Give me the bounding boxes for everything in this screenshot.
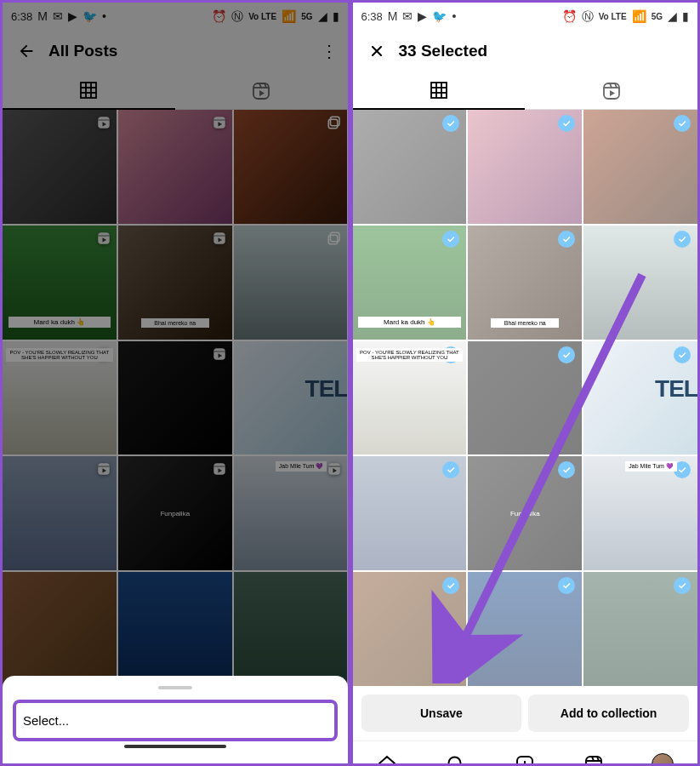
- post-thumbnail[interactable]: Funpalika: [468, 456, 582, 570]
- post-thumbnail[interactable]: [3, 572, 117, 686]
- tab-posts[interactable]: [353, 72, 526, 110]
- page-title: All Posts: [48, 42, 321, 60]
- post-caption: Funpalika: [510, 510, 540, 517]
- back-button[interactable]: [13, 37, 40, 65]
- action-bar: Unsave Add to collection: [353, 686, 698, 740]
- checkmark-icon: [674, 231, 691, 248]
- avatar-icon: [652, 753, 674, 763]
- post-thumbnail[interactable]: Jab Mile Tum 💜: [234, 456, 348, 570]
- post-thumbnail[interactable]: [118, 110, 232, 224]
- checkmark-icon: [558, 231, 575, 248]
- mail-icon: ✉: [53, 10, 63, 22]
- post-thumbnail[interactable]: Jab Mile Tum 💜: [583, 456, 697, 570]
- phone-screenshot-right: 6:38 M ✉ ▶ 🐦 • ⏰ Ⓝ Vo LTE 📶 5G ◢ ▮ 33 Se…: [353, 3, 698, 763]
- post-caption: POV - YOU'RE SLOWLY REALIZING THAT SHE'S…: [6, 348, 113, 362]
- more-button[interactable]: ⋮: [321, 41, 338, 61]
- post-thumbnail[interactable]: Funpalika: [118, 456, 232, 570]
- svg-point-51: [449, 757, 461, 763]
- post-thumbnail[interactable]: POV - YOU'RE SLOWLY REALIZING THAT SHE'S…: [3, 341, 117, 455]
- post-caption: Mard ka dukh 👆: [358, 317, 460, 328]
- post-thumbnail[interactable]: [583, 226, 697, 340]
- sheet-drag-handle[interactable]: [158, 686, 192, 689]
- checkmark-icon: [558, 115, 575, 132]
- post-thumbnail[interactable]: [234, 226, 348, 340]
- network-5g: 5G: [301, 12, 312, 21]
- post-thumbnail[interactable]: [468, 110, 582, 224]
- post-thumbnail[interactable]: TEL: [583, 341, 697, 455]
- post-thumbnail[interactable]: POV - YOU'RE SLOWLY REALIZING THAT SHE'S…: [353, 341, 467, 455]
- post-thumbnail[interactable]: [468, 341, 582, 455]
- status-bar: 6:38 M ✉ ▶ 🐦 • ⏰ Ⓝ Vo LTE 📶 5G ◢ ▮: [353, 3, 698, 30]
- gmail-icon: M: [388, 10, 398, 22]
- status-bar: 6:38 M ✉ ▶ 🐦 • ⏰ Ⓝ Vo LTE 📶 5G ◢ ▮: [3, 3, 348, 30]
- close-button[interactable]: [363, 37, 390, 65]
- battery-icon: ▮: [333, 10, 339, 22]
- tab-reels[interactable]: [175, 72, 348, 110]
- tel-text: TEL: [305, 375, 348, 403]
- post-thumbnail[interactable]: [468, 572, 582, 686]
- post-thumbnail[interactable]: Bhai mereko na: [118, 226, 232, 340]
- post-thumbnail[interactable]: [234, 110, 348, 224]
- tab-reels[interactable]: [525, 72, 697, 110]
- battery-icon: ▮: [682, 10, 689, 22]
- checkmark-icon: [558, 577, 575, 594]
- svg-rect-29: [213, 348, 225, 360]
- select-menu-item[interactable]: Select...: [23, 713, 327, 728]
- carousel-badge-icon: [327, 231, 342, 246]
- post-thumbnail[interactable]: [3, 456, 117, 570]
- post-thumbnail[interactable]: [3, 110, 117, 224]
- post-caption: Bhai mereko na: [491, 318, 559, 328]
- reel-badge-icon: [212, 346, 227, 362]
- post-thumbnail[interactable]: TEL: [234, 341, 348, 455]
- svg-rect-41: [431, 83, 447, 98]
- reel-badge-icon: [96, 461, 111, 477]
- post-thumbnail[interactable]: [234, 572, 348, 686]
- volte-icon: Vo LTE: [599, 12, 627, 21]
- svg-rect-10: [98, 117, 110, 129]
- checkmark-icon: [442, 115, 459, 132]
- post-thumbnail[interactable]: Mard ka dukh 👆: [353, 226, 467, 340]
- volte-icon: Vo LTE: [248, 12, 276, 21]
- post-thumbnail[interactable]: [583, 572, 697, 686]
- status-time: 6:38: [11, 10, 32, 23]
- reel-badge-icon: [96, 231, 111, 246]
- nav-profile[interactable]: [629, 753, 697, 763]
- more-dot-icon: •: [102, 10, 106, 22]
- posts-grid: Mard ka dukh 👆 Bhai mereko na POV - YOU'…: [353, 110, 698, 686]
- tabs: [353, 72, 698, 110]
- alarm-icon: ⏰: [562, 10, 577, 22]
- svg-rect-32: [98, 464, 110, 476]
- page-title: 33 Selected: [399, 42, 688, 60]
- svg-marker-9: [259, 90, 265, 96]
- nav-home[interactable]: [353, 754, 422, 763]
- unsave-button[interactable]: Unsave: [361, 695, 522, 732]
- svg-rect-18: [98, 232, 110, 244]
- add-to-collection-button[interactable]: Add to collection: [528, 695, 689, 732]
- post-thumbnail[interactable]: [353, 110, 467, 224]
- post-thumbnail[interactable]: [353, 572, 467, 686]
- post-thumbnail[interactable]: Mard ka dukh 👆: [3, 226, 117, 340]
- tab-posts[interactable]: [3, 72, 175, 110]
- signal-icon: ◢: [318, 10, 327, 22]
- phone-screenshot-left: 6:38 M ✉ ▶ 🐦 • ⏰ Ⓝ Vo LTE 📶 5G ◢ ▮ All P…: [3, 3, 348, 763]
- alarm-icon: ⏰: [212, 10, 226, 22]
- post-thumbnail[interactable]: [118, 572, 232, 686]
- reel-badge-icon: [212, 115, 227, 130]
- svg-rect-38: [329, 464, 341, 476]
- nav-reels[interactable]: [560, 754, 629, 763]
- reel-badge-icon: [212, 461, 227, 477]
- reels-icon: [601, 81, 622, 101]
- reels-icon: [583, 754, 604, 763]
- post-thumbnail[interactable]: [353, 456, 467, 570]
- nav-search[interactable]: [422, 754, 491, 763]
- post-thumbnail[interactable]: [583, 110, 697, 224]
- nfc-icon: Ⓝ: [231, 10, 243, 22]
- nav-create[interactable]: [491, 754, 560, 763]
- more-dot-icon: •: [452, 10, 456, 22]
- post-thumbnail[interactable]: Bhai mereko na: [468, 226, 582, 340]
- twitter-icon: 🐦: [432, 10, 447, 22]
- svg-rect-35: [213, 464, 225, 476]
- post-thumbnail[interactable]: [118, 341, 232, 455]
- annotation-highlight: Select...: [13, 700, 338, 741]
- home-indicator[interactable]: [124, 745, 226, 748]
